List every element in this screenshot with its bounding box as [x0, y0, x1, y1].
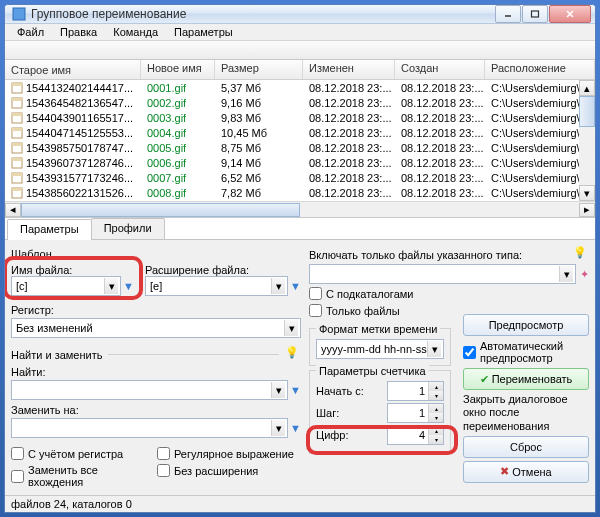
- chevron-down-icon[interactable]: ▾: [271, 382, 285, 398]
- menu-file[interactable]: Файл: [9, 24, 52, 40]
- filename-combo[interactable]: [c] ▾: [11, 276, 121, 296]
- svg-rect-10: [12, 128, 22, 131]
- chevron-down-icon[interactable]: ▾: [559, 266, 573, 282]
- col-old[interactable]: Старое имя: [5, 60, 141, 79]
- table-row[interactable]: 1543856022131526...0008.gif7,82 Мб08.12.…: [5, 185, 595, 200]
- scrollbar-vertical[interactable]: ▴ ▾: [579, 80, 595, 201]
- chevron-down-icon[interactable]: ▾: [271, 278, 285, 294]
- window-title: Групповое переименование: [31, 7, 494, 21]
- minimize-button[interactable]: [495, 5, 521, 23]
- svg-rect-0: [13, 8, 25, 20]
- register-combo[interactable]: Без изменений ▾: [11, 318, 301, 338]
- step-input[interactable]: [388, 407, 428, 419]
- table-row[interactable]: 1543960737128746...0006.gif9,14 Мб08.12.…: [5, 155, 595, 170]
- tab-profiles[interactable]: Профили: [91, 218, 165, 239]
- grid-body[interactable]: 1544132402144417...0001.gif5,37 Мб08.12.…: [5, 80, 595, 201]
- check-icon: ✔: [480, 373, 489, 386]
- chevron-down-icon[interactable]: ▾: [271, 420, 285, 436]
- ext-label: Расширение файла:: [145, 264, 301, 276]
- ts-legend: Формат метки времени: [316, 323, 440, 335]
- left-column: Шаблон Имя файла: [c] ▾ ▼: [11, 246, 301, 489]
- table-row[interactable]: 1544047145125553...0004.gif10,45 Мб08.12…: [5, 125, 595, 140]
- svg-rect-2: [532, 11, 539, 17]
- start-input[interactable]: [388, 385, 428, 397]
- find-label: Найти:: [11, 366, 301, 378]
- include-label: Включать только файлы указанного типа:: [309, 249, 522, 261]
- ts-combo[interactable]: yyyy-mm-dd hh-nn-ss ▾: [316, 339, 444, 359]
- close-button[interactable]: [549, 5, 591, 23]
- digits-label: Цифр:: [316, 429, 383, 441]
- auto-preview-checkbox[interactable]: Автоматический предпросмотр: [463, 340, 589, 364]
- scrollbar-horizontal[interactable]: ◂ ▸: [5, 201, 595, 217]
- ext-dropdown-icon[interactable]: ▼: [290, 280, 301, 292]
- table-row[interactable]: 1543985750178747...0005.gif8,75 Мб08.12.…: [5, 140, 595, 155]
- svg-rect-12: [12, 143, 22, 146]
- col-crt[interactable]: Создан: [395, 60, 485, 79]
- file-icon: [11, 142, 23, 154]
- menu-edit[interactable]: Правка: [52, 24, 105, 40]
- reset-button[interactable]: Сброс: [463, 436, 589, 458]
- tab-params[interactable]: Параметры: [7, 219, 92, 240]
- include-combo[interactable]: ▾: [309, 264, 576, 284]
- chevron-down-icon[interactable]: ▾: [427, 341, 441, 357]
- chevron-down-icon[interactable]: ▾: [284, 320, 298, 336]
- digits-spin[interactable]: ▴▾: [387, 425, 444, 445]
- right-column: Включать только файлы указанного типа: 💡…: [309, 246, 589, 489]
- app-icon: [11, 6, 27, 22]
- subdirs-checkbox[interactable]: С подкаталогами: [309, 287, 589, 300]
- rename-button[interactable]: ✔Переименовать: [463, 368, 589, 390]
- scroll-right-icon[interactable]: ▸: [579, 203, 595, 217]
- col-loc[interactable]: Расположение: [485, 60, 595, 79]
- file-icon: [11, 127, 23, 139]
- scroll-thumb-v[interactable]: [579, 96, 595, 127]
- table-row[interactable]: 1544043901165517...0003.gif9,83 Мб08.12.…: [5, 110, 595, 125]
- scroll-left-icon[interactable]: ◂: [5, 203, 21, 217]
- svg-rect-16: [12, 173, 22, 176]
- table-row[interactable]: 1543931577173246...0007.gif6,52 Мб08.12.…: [5, 170, 595, 185]
- regex-checkbox[interactable]: Регулярное выражение: [157, 447, 294, 460]
- scroll-up-icon[interactable]: ▴: [579, 80, 595, 96]
- col-mod[interactable]: Изменен: [303, 60, 395, 79]
- noext-checkbox[interactable]: Без расширения: [157, 464, 258, 477]
- case-checkbox[interactable]: С учётом регистра: [11, 447, 151, 460]
- all-checkbox[interactable]: Заменить все вхождения: [11, 464, 151, 488]
- replace-dropdown-icon[interactable]: ▼: [290, 422, 301, 434]
- replace-combo[interactable]: ▾: [11, 418, 288, 438]
- params-panel: Шаблон Имя файла: [c] ▾ ▼: [5, 240, 595, 495]
- titlebar[interactable]: Групповое переименование: [5, 5, 595, 24]
- tab-strip: Параметры Профили: [5, 218, 595, 240]
- scroll-down-icon[interactable]: ▾: [579, 185, 595, 201]
- col-new[interactable]: Новое имя: [141, 60, 215, 79]
- svg-rect-4: [12, 83, 22, 86]
- menu-command[interactable]: Команда: [105, 24, 166, 40]
- find-combo[interactable]: ▾: [11, 380, 288, 400]
- counter-legend: Параметры счетчика: [316, 365, 429, 377]
- start-spin[interactable]: ▴▾: [387, 381, 444, 401]
- timestamp-fieldset: Формат метки времени yyyy-mm-dd hh-nn-ss…: [309, 328, 451, 366]
- action-buttons: Предпросмотр Автоматический предпросмотр…: [463, 314, 589, 483]
- find-dropdown-icon[interactable]: ▼: [290, 384, 301, 396]
- x-icon: ✖: [500, 465, 509, 478]
- preview-button[interactable]: Предпросмотр: [463, 314, 589, 336]
- table-row[interactable]: 1544132402144417...0001.gif5,37 Мб08.12.…: [5, 80, 595, 95]
- ext-combo[interactable]: [e] ▾: [145, 276, 288, 296]
- counter-fieldset: Параметры счетчика Начать с: ▴▾ Шаг: ▴▾: [309, 370, 451, 454]
- file-icon: [11, 97, 23, 109]
- col-size[interactable]: Размер: [215, 60, 303, 79]
- grid-header: Старое имя Новое имя Размер Изменен Созд…: [5, 60, 595, 80]
- start-label: Начать с:: [316, 385, 383, 397]
- menu-params[interactable]: Параметры: [166, 24, 241, 40]
- help-icon[interactable]: 💡: [285, 346, 301, 362]
- filter-icon[interactable]: ✦: [580, 268, 589, 281]
- table-row[interactable]: 1543645482136547...0002.gif9,16 Мб08.12.…: [5, 95, 595, 110]
- chevron-down-icon[interactable]: ▾: [104, 278, 118, 294]
- filename-value: [c]: [16, 280, 104, 292]
- maximize-button[interactable]: [522, 5, 548, 23]
- scroll-thumb-h[interactable]: [21, 203, 300, 217]
- cancel-button[interactable]: ✖Отмена: [463, 461, 589, 483]
- help-icon[interactable]: 💡: [573, 246, 589, 262]
- filename-dropdown-icon[interactable]: ▼: [123, 280, 134, 292]
- menubar: Файл Правка Команда Параметры: [5, 24, 595, 41]
- digits-input[interactable]: [388, 429, 428, 441]
- step-spin[interactable]: ▴▾: [387, 403, 444, 423]
